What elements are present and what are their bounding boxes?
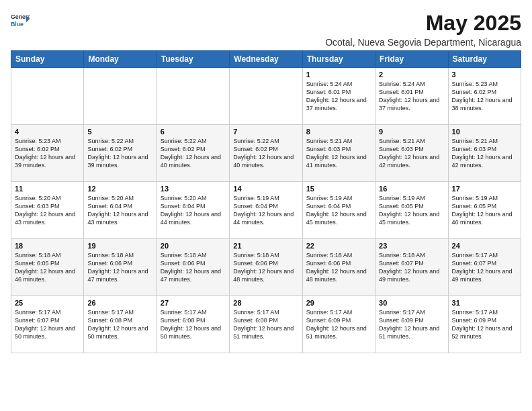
weekday-header-sunday: Sunday — [11, 51, 84, 68]
calendar-table: SundayMondayTuesdayWednesdayThursdayFrid… — [11, 50, 521, 353]
cell-day-number: 6 — [161, 128, 226, 136]
weekday-header-wednesday: Wednesday — [230, 51, 302, 68]
cell-sun-info: Sunrise: 5:18 AMSunset: 6:07 PMDaylight:… — [379, 251, 444, 284]
calendar-cell: 21Sunrise: 5:18 AMSunset: 6:06 PMDayligh… — [230, 239, 302, 296]
calendar-cell: 17Sunrise: 5:19 AMSunset: 6:05 PMDayligh… — [448, 182, 521, 239]
cell-day-number: 8 — [306, 128, 371, 136]
cell-sun-info: Sunrise: 5:17 AMSunset: 6:07 PMDaylight:… — [15, 308, 80, 341]
calendar-cell — [84, 68, 157, 125]
calendar-cell: 30Sunrise: 5:17 AMSunset: 6:09 PMDayligh… — [375, 296, 448, 353]
cell-sun-info: Sunrise: 5:20 AMSunset: 6:03 PMDaylight:… — [15, 194, 80, 227]
calendar-cell: 3Sunrise: 5:23 AMSunset: 6:02 PMDaylight… — [448, 68, 521, 125]
cell-day-number: 18 — [15, 242, 80, 250]
cell-sun-info: Sunrise: 5:18 AMSunset: 6:06 PMDaylight:… — [306, 251, 371, 284]
calendar-cell: 20Sunrise: 5:18 AMSunset: 6:06 PMDayligh… — [157, 239, 229, 296]
calendar-cell — [230, 68, 302, 125]
calendar-week-row: 11Sunrise: 5:20 AMSunset: 6:03 PMDayligh… — [11, 182, 521, 239]
cell-day-number: 25 — [15, 299, 80, 307]
calendar-cell: 11Sunrise: 5:20 AMSunset: 6:03 PMDayligh… — [11, 182, 84, 239]
cell-sun-info: Sunrise: 5:17 AMSunset: 6:08 PMDaylight:… — [233, 308, 298, 341]
cell-sun-info: Sunrise: 5:18 AMSunset: 6:05 PMDaylight:… — [15, 251, 80, 284]
calendar-cell: 18Sunrise: 5:18 AMSunset: 6:05 PMDayligh… — [11, 239, 84, 296]
svg-text:Blue: Blue — [11, 21, 24, 28]
logo: General Blue — [11, 11, 30, 30]
calendar-cell: 4Sunrise: 5:23 AMSunset: 6:02 PMDaylight… — [11, 125, 84, 182]
cell-day-number: 30 — [379, 299, 444, 307]
title-block: May 2025 Ocotal, Nueva Segovia Departmen… — [325, 11, 521, 48]
calendar-cell: 8Sunrise: 5:21 AMSunset: 6:03 PMDaylight… — [302, 125, 375, 182]
cell-day-number: 20 — [161, 242, 226, 250]
cell-day-number: 9 — [379, 128, 444, 136]
calendar-cell: 13Sunrise: 5:20 AMSunset: 6:04 PMDayligh… — [157, 182, 229, 239]
cell-day-number: 24 — [452, 242, 517, 250]
calendar-cell: 10Sunrise: 5:21 AMSunset: 6:03 PMDayligh… — [448, 125, 521, 182]
calendar-cell: 15Sunrise: 5:19 AMSunset: 6:04 PMDayligh… — [302, 182, 375, 239]
cell-day-number: 2 — [379, 71, 444, 79]
header-section: General Blue May 2025 Ocotal, Nueva Sego… — [11, 11, 521, 48]
weekday-header-row: SundayMondayTuesdayWednesdayThursdayFrid… — [11, 51, 521, 68]
cell-sun-info: Sunrise: 5:17 AMSunset: 6:08 PMDaylight:… — [87, 308, 152, 341]
calendar-cell: 16Sunrise: 5:19 AMSunset: 6:05 PMDayligh… — [375, 182, 448, 239]
calendar-cell: 6Sunrise: 5:22 AMSunset: 6:02 PMDaylight… — [157, 125, 229, 182]
cell-day-number: 19 — [87, 242, 152, 250]
cell-day-number: 14 — [233, 185, 298, 193]
calendar-cell: 27Sunrise: 5:17 AMSunset: 6:08 PMDayligh… — [157, 296, 229, 353]
weekday-header-saturday: Saturday — [448, 51, 521, 68]
calendar-cell: 28Sunrise: 5:17 AMSunset: 6:08 PMDayligh… — [230, 296, 302, 353]
calendar-cell: 12Sunrise: 5:20 AMSunset: 6:04 PMDayligh… — [84, 182, 157, 239]
cell-sun-info: Sunrise: 5:17 AMSunset: 6:09 PMDaylight:… — [379, 308, 444, 341]
cell-day-number: 3 — [452, 71, 517, 79]
cell-day-number: 16 — [379, 185, 444, 193]
calendar-subtitle: Ocotal, Nueva Segovia Department, Nicara… — [325, 37, 521, 48]
cell-sun-info: Sunrise: 5:17 AMSunset: 6:09 PMDaylight:… — [452, 308, 517, 341]
calendar-week-row: 25Sunrise: 5:17 AMSunset: 6:07 PMDayligh… — [11, 296, 521, 353]
calendar-cell: 24Sunrise: 5:17 AMSunset: 6:07 PMDayligh… — [448, 239, 521, 296]
weekday-header-tuesday: Tuesday — [157, 51, 229, 68]
cell-day-number: 26 — [87, 299, 152, 307]
calendar-cell: 25Sunrise: 5:17 AMSunset: 6:07 PMDayligh… — [11, 296, 84, 353]
cell-sun-info: Sunrise: 5:21 AMSunset: 6:03 PMDaylight:… — [452, 137, 517, 170]
cell-day-number: 17 — [452, 185, 517, 193]
cell-sun-info: Sunrise: 5:23 AMSunset: 6:02 PMDaylight:… — [15, 137, 80, 170]
calendar-cell: 5Sunrise: 5:22 AMSunset: 6:02 PMDaylight… — [84, 125, 157, 182]
cell-day-number: 15 — [306, 185, 371, 193]
cell-sun-info: Sunrise: 5:22 AMSunset: 6:02 PMDaylight:… — [87, 137, 152, 170]
cell-day-number: 12 — [87, 185, 152, 193]
calendar-cell: 7Sunrise: 5:22 AMSunset: 6:02 PMDaylight… — [230, 125, 302, 182]
cell-day-number: 22 — [306, 242, 371, 250]
calendar-cell — [11, 68, 84, 125]
cell-day-number: 5 — [87, 128, 152, 136]
cell-day-number: 29 — [306, 299, 371, 307]
general-blue-icon: General Blue — [11, 11, 30, 30]
cell-sun-info: Sunrise: 5:17 AMSunset: 6:08 PMDaylight:… — [161, 308, 226, 341]
cell-day-number: 31 — [452, 299, 517, 307]
cell-sun-info: Sunrise: 5:19 AMSunset: 6:04 PMDaylight:… — [233, 194, 298, 227]
calendar-week-row: 18Sunrise: 5:18 AMSunset: 6:05 PMDayligh… — [11, 239, 521, 296]
calendar-cell — [157, 68, 229, 125]
calendar-cell: 22Sunrise: 5:18 AMSunset: 6:06 PMDayligh… — [302, 239, 375, 296]
cell-sun-info: Sunrise: 5:19 AMSunset: 6:05 PMDaylight:… — [379, 194, 444, 227]
calendar-week-row: 4Sunrise: 5:23 AMSunset: 6:02 PMDaylight… — [11, 125, 521, 182]
weekday-header-thursday: Thursday — [302, 51, 375, 68]
cell-day-number: 23 — [379, 242, 444, 250]
calendar-title: May 2025 — [325, 11, 521, 36]
cell-day-number: 1 — [306, 71, 371, 79]
calendar-cell: 9Sunrise: 5:21 AMSunset: 6:03 PMDaylight… — [375, 125, 448, 182]
cell-day-number: 21 — [233, 242, 298, 250]
weekday-header-monday: Monday — [84, 51, 157, 68]
calendar-cell: 2Sunrise: 5:24 AMSunset: 6:01 PMDaylight… — [375, 68, 448, 125]
cell-day-number: 27 — [161, 299, 226, 307]
cell-sun-info: Sunrise: 5:21 AMSunset: 6:03 PMDaylight:… — [306, 137, 371, 170]
cell-sun-info: Sunrise: 5:18 AMSunset: 6:06 PMDaylight:… — [161, 251, 226, 284]
cell-sun-info: Sunrise: 5:18 AMSunset: 6:06 PMDaylight:… — [87, 251, 152, 284]
cell-day-number: 13 — [161, 185, 226, 193]
cell-day-number: 28 — [233, 299, 298, 307]
cell-sun-info: Sunrise: 5:19 AMSunset: 6:05 PMDaylight:… — [452, 194, 517, 227]
cell-sun-info: Sunrise: 5:17 AMSunset: 6:07 PMDaylight:… — [452, 251, 517, 284]
cell-sun-info: Sunrise: 5:22 AMSunset: 6:02 PMDaylight:… — [233, 137, 298, 170]
cell-sun-info: Sunrise: 5:18 AMSunset: 6:06 PMDaylight:… — [233, 251, 298, 284]
calendar-cell: 26Sunrise: 5:17 AMSunset: 6:08 PMDayligh… — [84, 296, 157, 353]
cell-sun-info: Sunrise: 5:20 AMSunset: 6:04 PMDaylight:… — [87, 194, 152, 227]
calendar-cell: 19Sunrise: 5:18 AMSunset: 6:06 PMDayligh… — [84, 239, 157, 296]
cell-sun-info: Sunrise: 5:20 AMSunset: 6:04 PMDaylight:… — [161, 194, 226, 227]
